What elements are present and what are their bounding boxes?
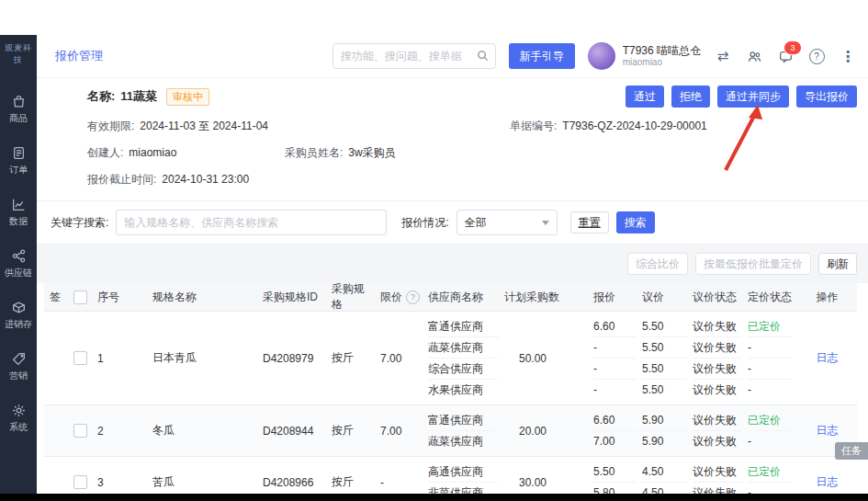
row-checkbox[interactable] [73,351,87,365]
search-button[interactable]: 搜索 [616,211,655,233]
sidebar-item-supply[interactable]: 供应链 [5,248,32,279]
field-value: 2024-11-03 至 2024-11-04 [140,119,268,134]
global-search-input[interactable] [333,43,496,69]
sidebar-item-label: 数据 [9,215,28,228]
quote-value: 5.50 [593,461,637,482]
search-icon[interactable] [476,49,490,66]
quote-value: - [593,379,637,400]
row-index: 1 [92,352,147,365]
status-badge: 审核中 [166,88,209,106]
app: 观麦科技 商品订单数据供应链进销存营销系统 报价管理 新手引导 [0,35,868,501]
sidebar-item-data[interactable]: 数据 [5,197,32,228]
bargain-status: 议价失败 [693,336,742,358]
user-block[interactable]: T7936 喵喵总仓 miaomiao [588,42,701,70]
spec-id: D4208966 [257,476,326,489]
price-status: 已定价 [748,461,792,482]
spec-name: 日本青瓜 [147,350,257,366]
bargain-status: 议价失败 [693,358,742,379]
bottom-bar [0,494,868,501]
field-value: 3w采购员 [348,145,395,161]
detail-actions: 通过 拒绝 通过并同步 导出报价 [626,85,857,108]
user-name: T7936 喵喵总仓 [623,44,701,57]
sidebar-item-label: 进销存 [5,318,32,331]
field-value: miaomiao [129,145,176,161]
purchase-spec: 按斤 [326,350,375,366]
plan-qty: 20.00 [499,425,588,438]
price-limit: - [375,476,423,489]
col-header-plan: 计划采购数 [499,290,588,305]
select-all-checkbox[interactable] [73,290,87,304]
quote-status-select[interactable]: 全部 [457,210,558,235]
reject-button[interactable]: 拒绝 [671,85,710,108]
plan-qty: 30.00 [499,476,588,489]
export-quotes-button[interactable]: 导出报价 [796,85,857,108]
quote-value: 6.60 [593,316,637,336]
supplier-name: 综合供应商 [428,358,499,379]
col-header-spec: 采购规格 [326,281,375,313]
marketing-icon [11,351,27,367]
spec-id: D4208944 [257,425,326,438]
help-icon[interactable]: ? [807,47,826,65]
price-status: 已定价 [748,316,792,336]
limit-info-icon[interactable]: ? [406,290,420,304]
price-status: - [748,379,792,400]
sidebar-item-orders[interactable]: 订单 [5,145,32,176]
sidebar-item-marketing[interactable]: 营销 [5,351,32,382]
col-header-supplier: 供应商名称 [423,290,499,305]
log-link[interactable]: 日志 [817,350,839,366]
sidebar: 观麦科技 商品订单数据供应链进销存营销系统 [0,35,37,501]
row-index: 3 [92,476,147,489]
table-header-row: 签序号规格名称采购规格ID采购规格限价?供应商名称计划采购数报价议价议价状态定价… [44,283,857,312]
name-value: 11蔬菜 [120,88,157,105]
users-icon[interactable] [745,47,763,65]
app-logo: 观麦科技 [0,35,37,70]
bargain-status: 议价失败 [693,379,742,400]
field-buyer-name: 采购员姓名: 3w采购员 [285,145,396,161]
log-link[interactable]: 日志 [817,474,839,490]
sidebar-item-goods[interactable]: 商品 [5,94,32,125]
sidebar-item-label: 系统 [9,421,28,434]
task-tab[interactable]: 任务 [835,442,868,460]
data-icon [11,197,27,212]
field-label: 创建人: [87,145,123,161]
row-checkbox[interactable] [73,475,87,489]
supplier-name: 富通供应商 [428,316,499,336]
reset-button[interactable]: 重置 [570,211,609,233]
approve-sync-button[interactable]: 通过并同步 [717,85,789,108]
guide-button[interactable]: 新手引导 [509,43,575,69]
refresh-button[interactable]: 刷新 [818,253,857,275]
col-header-limit: 限价? [375,290,423,305]
row-checkbox[interactable] [73,424,87,438]
log-link[interactable]: 日志 [817,423,839,438]
price-status: 已定价 [748,410,792,430]
detail-row: 创建人: miaomiao 采购员姓名: 3w采购员 [87,145,857,161]
goods-icon [11,94,27,109]
more-menu-icon[interactable]: ⋮ [839,47,857,65]
switch-store-icon[interactable]: ⇄ [714,47,732,65]
col-header-check[interactable] [68,290,92,304]
sidebar-item-label: 商品 [9,112,28,125]
col-header-op: 操作 [792,290,857,305]
col-header-tag: 签 [44,290,68,305]
col-header-quote: 报价 [588,290,637,305]
sidebar-item-inventory[interactable]: 进销存 [5,300,32,331]
name-label: 名称: [87,88,115,105]
breadcrumb[interactable]: 报价管理 [55,48,103,64]
purchase-spec: 按斤 [326,423,375,438]
approve-button[interactable]: 通过 [626,85,664,108]
keyword-input[interactable] [116,210,387,235]
detail-row: 有效期限: 2024-11-03 至 2024-11-04 单据编号: T793… [87,119,857,134]
price-limit: 7.00 [375,352,423,365]
orders-icon [11,145,27,161]
top-strip [0,0,868,35]
col-header-name: 规格名称 [147,290,257,305]
detail-row: 报价截止时间: 2024-10-31 23:00 [87,172,857,188]
compare-button[interactable]: 综合比价 [627,253,688,275]
page: 观麦科技 商品订单数据供应链进销存营销系统 报价管理 新手引导 [0,0,868,501]
purchase-spec: 按斤 [326,474,375,490]
batch-price-button[interactable]: 按最低报价批量定价 [695,253,811,275]
bargain-value: 5.50 [642,336,687,358]
messages-icon[interactable]: 3 [776,47,795,65]
sidebar-item-system[interactable]: 系统 [5,403,32,434]
supplier-name: 蔬菜供应商 [428,336,499,358]
